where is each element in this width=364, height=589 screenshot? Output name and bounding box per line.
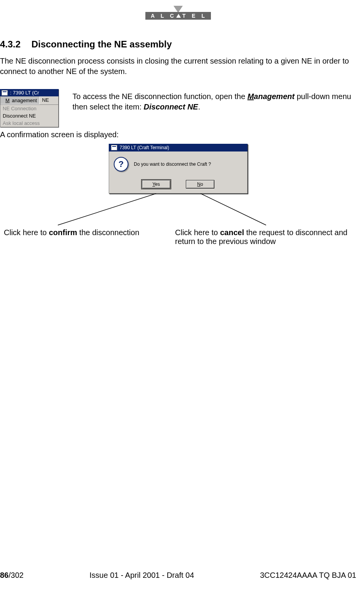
logo-text-right: T E L [182, 13, 207, 19]
logo-text-left: A L C [151, 13, 176, 19]
callout-lines [0, 194, 356, 228]
menu-screenshot: : 7390 LT (Cr Management NE NE Connectio… [0, 89, 59, 127]
callout-cancel: Click here to cancel the request to disc… [175, 228, 356, 246]
footer-docid: 3CC12424AAAA TQ BJA 01 [260, 571, 356, 580]
yes-button[interactable]: Yes [142, 180, 170, 188]
menubar: Management NE [0, 96, 59, 105]
menu-item-ne-connection: NE Connection [0, 105, 58, 112]
menu-item-ask-local-access: Ask local access [0, 119, 58, 127]
section-title: Disconnecting the NE assembly [31, 39, 172, 49]
app-icon [2, 90, 8, 96]
section-number: 4.3.2 [0, 39, 20, 49]
menu-item-disconnect-ne[interactable]: Disconnect NE [0, 112, 58, 119]
dialog-message: Do you want to disconnect the Craft ? [134, 162, 211, 167]
confirmation-label: A confirmation screen is displayed: [0, 130, 356, 140]
confirm-dialog: 7390 LT (Craft Terminal) ? Do you want t… [109, 144, 248, 194]
svg-line-1 [201, 194, 266, 225]
footer-issue: Issue 01 - April 2001 - Draft 04 [89, 571, 194, 580]
callout-confirm: Click here to confirm the disconnection [0, 228, 139, 246]
page-number: 86/302 [0, 571, 24, 580]
menu-titlebar: : 7390 LT (Cr [0, 89, 59, 96]
menubar-management[interactable]: Management [0, 96, 40, 104]
no-button[interactable]: No [186, 180, 214, 188]
dialog-app-icon [111, 145, 117, 150]
section-heading: 4.3.2Disconnecting the NE assembly [0, 39, 356, 50]
svg-line-0 [58, 194, 156, 225]
dialog-title-text: 7390 LT (Craft Terminal) [120, 145, 169, 150]
management-dropdown: NE Connection Disconnect NE Ask local ac… [0, 105, 59, 127]
menu-window-title: : 7390 LT (Cr [10, 90, 39, 96]
logo-triangle-up-icon [176, 14, 181, 18]
question-icon: ? [114, 157, 128, 172]
dialog-titlebar: 7390 LT (Craft Terminal) [109, 144, 248, 151]
brand-logo: A L C T E L [0, 6, 356, 20]
page-footer: 86/302 Issue 01 - April 2001 - Draft 04 … [0, 569, 356, 585]
menubar-ne[interactable]: NE [40, 96, 51, 104]
menu-description: To access the NE disconnection function,… [72, 91, 356, 112]
intro-paragraph: The NE disconnection process consists in… [0, 56, 356, 77]
